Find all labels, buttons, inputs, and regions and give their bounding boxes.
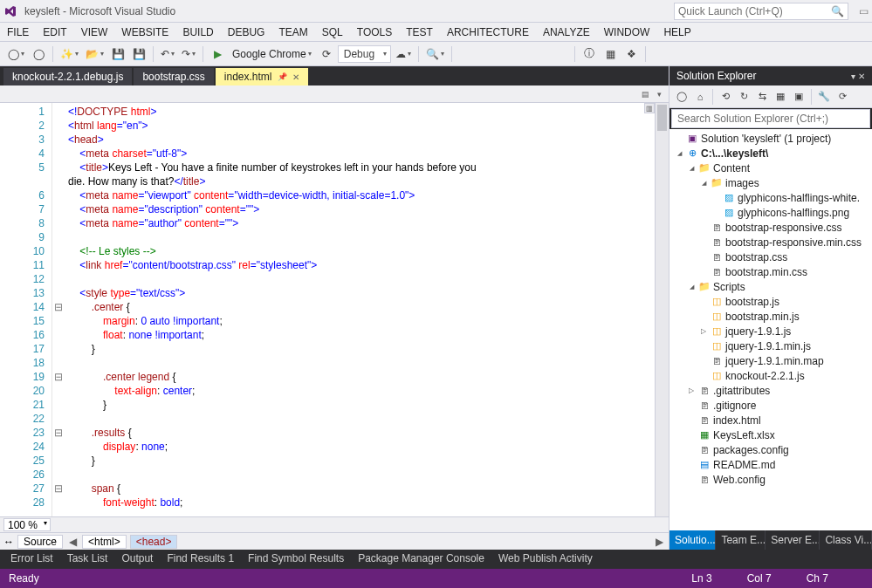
bottom-tab-web-publish[interactable]: Web Publish Activity xyxy=(491,550,600,569)
panel-dropdown-icon[interactable]: ▾ ✕ xyxy=(851,72,865,81)
exp-sync-icon[interactable]: ⟲ xyxy=(717,88,734,106)
menu-team[interactable]: TEAM xyxy=(278,26,307,38)
exp-refresh-icon[interactable]: ↻ xyxy=(735,88,752,106)
redo-button[interactable]: ↷ xyxy=(179,44,198,64)
exp-collapse-icon[interactable]: ⇆ xyxy=(753,88,771,106)
tree-node[interactable]: ▣Solution 'keysleft' (1 project) xyxy=(669,131,872,146)
start-debug-button[interactable]: ▶ xyxy=(208,44,227,64)
menu-view[interactable]: VIEW xyxy=(81,26,108,38)
tree-node[interactable]: 🖹packages.config xyxy=(669,442,872,457)
bottom-tab-error-list[interactable]: Error List xyxy=(3,550,60,569)
bottom-tab-output[interactable]: Output xyxy=(114,550,160,569)
window-restore-icon[interactable]: ▭ xyxy=(859,5,869,17)
tree-node[interactable]: 🖹bootstrap.min.css xyxy=(669,264,872,279)
find-box[interactable] xyxy=(457,44,570,64)
new-project-button[interactable]: ✨ xyxy=(58,44,81,64)
tree-node[interactable]: ◫jquery-1.9.1.min.js xyxy=(669,338,872,353)
menu-debug[interactable]: DEBUG xyxy=(228,26,265,38)
solution-tree[interactable]: ▣Solution 'keysleft' (1 project)⊕C:\...\… xyxy=(669,129,872,530)
browser-link-refresh-button[interactable]: ⟳ xyxy=(317,44,336,64)
split-tray-icon[interactable]: ▥ xyxy=(644,103,655,113)
menu-edit[interactable]: EDIT xyxy=(43,26,66,38)
code-content[interactable]: <!DOCTYPE html><html lang="en"><head> <m… xyxy=(65,103,669,516)
tree-node[interactable]: ▦KeysLeft.xlsx xyxy=(669,427,872,442)
tree-node[interactable]: ◫jquery-1.9.1.js xyxy=(669,324,872,338)
tool-tab-class[interactable]: Class Vi... xyxy=(820,530,872,550)
menu-tools[interactable]: TOOLS xyxy=(357,26,392,38)
nav-forward-button[interactable]: ◯ xyxy=(29,44,48,64)
editor-tab[interactable]: bootstrap.css xyxy=(134,68,213,85)
split-horizontal-icon[interactable]: ▤ xyxy=(639,88,651,100)
menu-build[interactable]: BUILD xyxy=(182,26,213,38)
tree-node[interactable]: ⊕C:\...\keysleft\ xyxy=(669,146,872,161)
menu-test[interactable]: TEST xyxy=(406,26,433,38)
save-button[interactable]: 💾 xyxy=(108,44,127,64)
tool-tab-server[interactable]: Server E... xyxy=(766,530,820,550)
exp-refresh2-icon[interactable]: ⟳ xyxy=(834,88,851,106)
tree-node[interactable]: ◫knockout-2.2.1.js xyxy=(669,368,872,383)
tree-node[interactable]: 🖹bootstrap-responsive.css xyxy=(669,220,872,235)
publish-button[interactable]: ☁ xyxy=(393,44,414,64)
menu-sql[interactable]: SQL xyxy=(322,26,343,38)
editor-tab-active[interactable]: index.html 📌 ✕ xyxy=(216,68,308,85)
tree-node[interactable]: ▤README.md xyxy=(669,457,872,472)
tool-tab-solution[interactable]: Solutio... xyxy=(669,530,716,550)
fold-gutter[interactable] xyxy=(52,103,65,516)
close-icon[interactable]: ✕ xyxy=(292,72,299,82)
tree-node[interactable]: 🖹bootstrap.css xyxy=(669,250,872,264)
tree-node[interactable]: 🖹.gitattributes xyxy=(669,383,872,398)
tool-tab-team[interactable]: Team E... xyxy=(716,530,766,550)
breadcrumb-item[interactable]: <head> xyxy=(130,535,178,549)
open-file-button[interactable]: 📂 xyxy=(83,44,106,64)
tree-node[interactable]: 🖹index.html xyxy=(669,413,872,427)
bottom-tab-find-symbol-results[interactable]: Find Symbol Results xyxy=(241,550,351,569)
breadcrumb-item[interactable]: <html> xyxy=(82,535,127,549)
vertical-scrollbar[interactable] xyxy=(655,103,669,516)
bc-nav-right-icon[interactable]: ▶ xyxy=(653,536,665,548)
design-split-icon[interactable]: ↔ xyxy=(3,536,14,548)
chevron-down-icon[interactable]: ▾ xyxy=(653,88,665,100)
editor-tab[interactable]: knockout-2.2.1.debug.js xyxy=(3,68,132,85)
extensions-icon[interactable]: ▦ xyxy=(601,44,620,64)
tree-node[interactable]: 🖹jquery-1.9.1.min.map xyxy=(669,353,872,368)
exp-showall-icon[interactable]: ▦ xyxy=(772,88,789,106)
menu-architecture[interactable]: ARCHITECTURE xyxy=(447,26,529,38)
menu-window[interactable]: WINDOW xyxy=(604,26,650,38)
exp-back-icon[interactable]: ◯ xyxy=(673,88,690,106)
zoom-combo[interactable]: 100 % xyxy=(3,518,51,531)
bc-nav-left-icon[interactable]: ◀ xyxy=(66,536,79,548)
tree-node[interactable]: 📁images xyxy=(669,175,872,190)
nav-back-button[interactable]: ◯ xyxy=(5,44,27,64)
tree-node[interactable]: ▨glyphicons-halflings-white. xyxy=(669,190,872,205)
menu-analyze[interactable]: ANALYZE xyxy=(543,26,590,38)
exp-properties-icon[interactable]: ▣ xyxy=(790,88,807,106)
tree-node[interactable]: 🖹bootstrap-responsive.min.css xyxy=(669,235,872,250)
menu-file[interactable]: FILE xyxy=(7,26,29,38)
menu-help[interactable]: HELP xyxy=(663,26,690,38)
tree-node[interactable]: 📁Scripts xyxy=(669,279,872,294)
tree-node[interactable]: ◫bootstrap.js xyxy=(669,294,872,309)
save-all-button[interactable]: 💾 xyxy=(129,44,148,64)
tree-node[interactable]: 📁Content xyxy=(669,161,872,175)
source-view-tab[interactable]: Source xyxy=(17,535,63,549)
tree-node[interactable]: 🖹.gitignore xyxy=(669,398,872,413)
quick-launch-input[interactable]: Quick Launch (Ctrl+Q) 🔍 xyxy=(674,3,848,20)
notifications-icon[interactable]: ❖ xyxy=(621,44,641,64)
tree-node[interactable]: ◫bootstrap.min.js xyxy=(669,309,872,324)
pin-icon[interactable]: 📌 xyxy=(278,72,287,81)
solution-explorer-title[interactable]: Solution Explorer ▾ ✕ xyxy=(669,66,872,85)
bottom-tab-package-manager[interactable]: Package Manager Console xyxy=(351,550,491,569)
bottom-tab-find-results-1[interactable]: Find Results 1 xyxy=(160,550,241,569)
exp-preview-icon[interactable]: 🔧 xyxy=(815,88,833,106)
solution-config-combo[interactable]: Debug xyxy=(338,45,391,63)
info-icon[interactable]: ⓘ xyxy=(580,44,599,64)
find-button[interactable]: 🔍 xyxy=(423,44,447,64)
menu-website[interactable]: WEBSITE xyxy=(121,26,168,38)
tree-node[interactable]: ▨glyphicons-halflings.png xyxy=(669,205,872,220)
exp-home-icon[interactable]: ⌂ xyxy=(691,88,709,106)
bottom-tab-task-list[interactable]: Task List xyxy=(60,550,115,569)
browser-target-combo[interactable]: Google Chrome xyxy=(229,44,315,64)
undo-button[interactable]: ↶ xyxy=(158,44,177,64)
tree-node[interactable]: 🖹Web.config xyxy=(669,472,872,487)
code-editor[interactable]: 1234567891011121314151617181920212223242… xyxy=(0,103,669,516)
